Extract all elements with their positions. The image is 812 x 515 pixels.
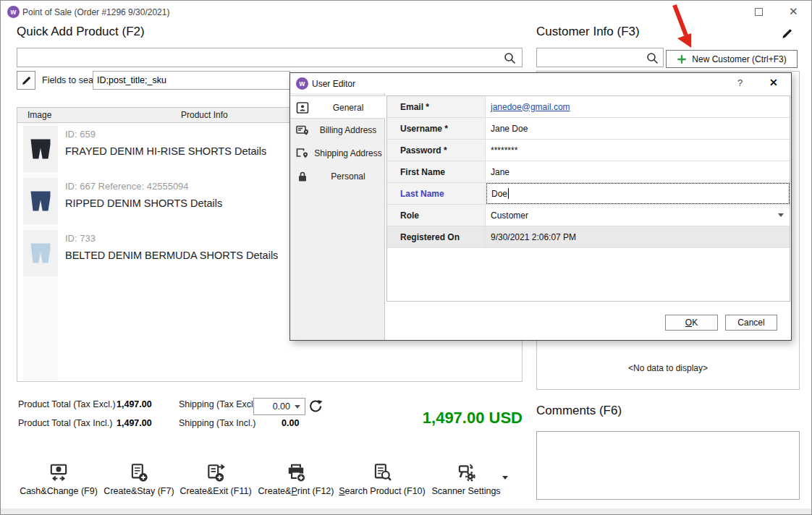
pencil-icon xyxy=(21,75,32,86)
billing-address-icon xyxy=(296,124,309,137)
tab-general[interactable]: General xyxy=(290,95,386,119)
form-row-email: Email * janedoe@gmail.com xyxy=(387,96,790,118)
email-value[interactable]: janedoe@gmail.com xyxy=(486,96,790,117)
first-name-label: First Name xyxy=(387,161,486,182)
form-row-password: Password * ******** xyxy=(387,140,790,161)
refresh-icon xyxy=(308,399,323,414)
tab-personal[interactable]: Personal xyxy=(290,165,386,188)
product-title[interactable]: BELTED DENIM BERMUDA SHORTS Details xyxy=(65,250,278,261)
toolbar-label: Cash&Change (F9) xyxy=(20,486,98,496)
tab-billing-address[interactable]: Billing Address xyxy=(290,119,386,142)
product-title[interactable]: FRAYED DENIM HI-RISE SHORTS Details xyxy=(65,145,266,157)
shipping-address-icon xyxy=(296,147,309,160)
toolbar-label: Create&Print (F12) xyxy=(258,486,334,496)
username-label: Username * xyxy=(387,118,486,139)
form-row-username: Username * Jane Doe xyxy=(387,118,790,140)
product-total-excl-label: Product Total (Tax Excl.) xyxy=(18,399,116,409)
product-id: ID: 667 Reference: 42555094 xyxy=(65,181,189,192)
shipping-excl-label: Shipping (Tax Excl.) xyxy=(179,399,258,409)
tab-shipping-address[interactable]: Shipping Address xyxy=(290,142,386,165)
edit-fields-button[interactable] xyxy=(17,71,35,90)
first-name-value[interactable]: Jane xyxy=(486,161,790,182)
form-row-registered-on: Registered On 9/30/2021 2:06:07 PM xyxy=(387,226,790,248)
form-row-last-name: Last Name Doe xyxy=(387,183,790,205)
window-bottom-edge xyxy=(1,508,811,514)
product-total-excl-value: 1,497.00 xyxy=(117,399,152,409)
shorts-image xyxy=(28,135,54,163)
password-label: Password * xyxy=(387,140,486,161)
toolbar-label: Create&Stay (F7) xyxy=(103,486,174,496)
chevron-down-icon xyxy=(778,213,784,217)
customer-search-input[interactable] xyxy=(536,48,664,67)
form-row-role: Role Customer xyxy=(387,205,790,226)
document-search-icon xyxy=(371,462,393,484)
text-cursor xyxy=(508,188,509,199)
no-data-message: <No data to display> xyxy=(537,363,799,373)
scanner-settings-dropdown-caret[interactable] xyxy=(502,476,508,480)
toolbar-label: Search Product (F10) xyxy=(339,486,426,496)
scanner-settings-button[interactable]: Scanner Settings xyxy=(415,462,517,503)
close-button[interactable]: ✕ xyxy=(789,4,798,19)
pencil-icon xyxy=(781,27,793,40)
new-customer-button[interactable]: New Customer (Ctrl+F3) xyxy=(666,50,798,68)
product-title[interactable]: RIPPED DENIM SHORTS Details xyxy=(65,197,222,209)
dialog-tab-pane: General Billing Address Shipping Address xyxy=(290,93,385,340)
fields-to-search-input[interactable] xyxy=(93,71,290,90)
toolbar-label: Create&Exit (F11) xyxy=(179,486,251,496)
chevron-down-icon xyxy=(295,405,300,409)
comments-input[interactable] xyxy=(536,431,800,500)
contact-card-icon xyxy=(296,101,309,114)
last-name-value[interactable]: Doe xyxy=(486,183,790,204)
shipping-incl-label: Shipping (Tax Incl.) xyxy=(179,418,255,428)
dialog-logo-icon: w xyxy=(296,77,308,90)
new-customer-label: New Customer (Ctrl+F3) xyxy=(692,54,786,64)
role-label: Role xyxy=(387,205,486,226)
email-label: Email * xyxy=(387,96,486,117)
shipping-amount-value: 0.00 xyxy=(273,401,290,412)
help-button[interactable]: ? xyxy=(737,77,743,88)
pos-window: w Point of Sale (Order #1296 9/30/2021) … xyxy=(0,0,812,515)
comments-heading: Comments (F6) xyxy=(536,404,622,418)
shipping-incl-value: 0.00 xyxy=(282,418,299,428)
cash-icon xyxy=(48,462,69,484)
form-row-first-name: First Name Jane xyxy=(387,161,790,183)
dialog-title: User Editor xyxy=(312,79,355,89)
window-title: Point of Sale (Order #1296 9/30/2021) xyxy=(22,7,169,17)
last-name-label: Last Name xyxy=(387,183,486,204)
product-id: ID: 659 xyxy=(65,129,96,140)
user-editor-dialog: w User Editor ? ✕ General Billin xyxy=(289,72,792,341)
printer-plus-icon xyxy=(285,462,307,484)
product-thumbnail xyxy=(23,178,58,224)
toolbar-label: Scanner Settings xyxy=(431,486,500,496)
dialog-close-button[interactable]: ✕ xyxy=(769,77,778,88)
app-logo-icon: w xyxy=(7,6,20,18)
col-image: Image xyxy=(28,110,51,120)
annotation-arrow-icon xyxy=(665,2,698,51)
password-value[interactable]: ******** xyxy=(486,140,790,161)
col-product-info: Product Info xyxy=(181,110,228,120)
scanner-gear-icon xyxy=(455,462,477,484)
username-value[interactable]: Jane Doe xyxy=(486,118,790,139)
product-search-input[interactable] xyxy=(17,48,523,67)
maximize-button[interactable] xyxy=(755,8,763,16)
registered-on-value: 9/30/2021 2:06:07 PM xyxy=(486,226,790,247)
document-arrow-plus-icon xyxy=(205,462,227,484)
lock-icon xyxy=(296,170,309,183)
product-total-incl-value: 1,497.00 xyxy=(117,418,152,428)
product-id: ID: 733 xyxy=(65,233,96,244)
document-plus-icon xyxy=(128,462,150,484)
refresh-shipping-button[interactable] xyxy=(308,399,323,417)
user-editor-form: Email * janedoe@gmail.com Username * Jan… xyxy=(386,95,790,302)
ok-button[interactable]: OK xyxy=(665,315,718,331)
plus-icon xyxy=(677,54,687,64)
shorts-image xyxy=(28,187,54,216)
customer-info-heading: Customer Info (F3) xyxy=(536,25,640,39)
role-dropdown[interactable]: Customer xyxy=(486,205,790,226)
search-icon xyxy=(646,52,659,64)
product-thumbnail xyxy=(23,230,58,276)
search-icon xyxy=(504,52,516,64)
cancel-button[interactable]: Cancel xyxy=(725,315,777,331)
shipping-amount-dropdown[interactable]: 0.00 xyxy=(253,398,305,415)
edit-customer-button[interactable] xyxy=(781,27,793,43)
shorts-image xyxy=(28,239,54,268)
